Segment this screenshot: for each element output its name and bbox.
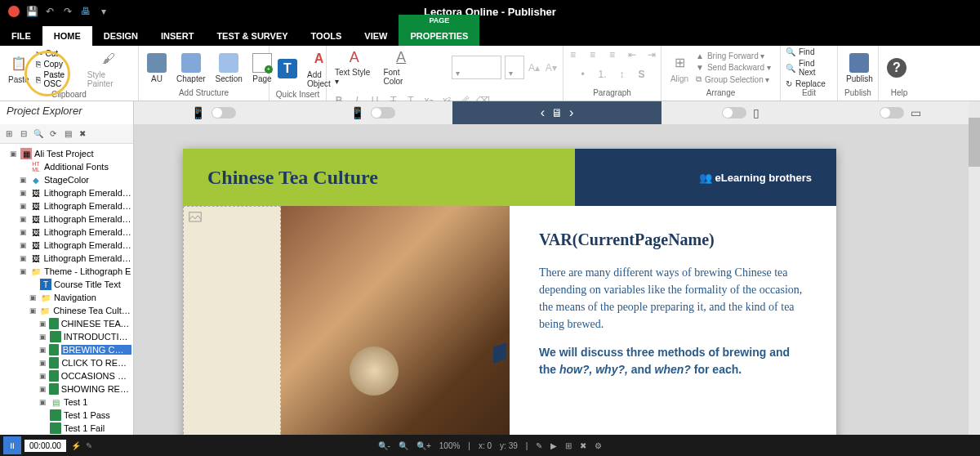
device-tablet-landscape[interactable]: ▭ <box>821 106 980 119</box>
indent-right-icon[interactable]: ⇥ <box>644 47 659 62</box>
tool-icon[interactable]: ⚙ <box>595 441 602 450</box>
tab-file[interactable]: FILE <box>0 26 42 46</box>
scrollbar[interactable] <box>969 101 980 435</box>
tool-icon[interactable]: ✖ <box>77 128 88 140</box>
zoom-in-icon[interactable]: 🔍+ <box>416 441 431 450</box>
toggle-icon[interactable] <box>212 107 236 118</box>
tree-page[interactable]: Test 1 Pass <box>2 409 131 422</box>
tree-page[interactable]: Test 1 Fail <box>2 422 131 435</box>
device-phone-portrait[interactable]: 📱 <box>134 106 293 119</box>
tool-icon[interactable]: ⊞ <box>565 441 572 450</box>
line-spacing-icon[interactable]: ↕ <box>615 67 630 82</box>
bring-forward-button[interactable]: ▲Bring Forward ▾ <box>696 51 771 60</box>
tool-icon[interactable]: ✎ <box>536 441 542 450</box>
tree-item[interactable]: ▣🖼Lithograph Emerald_3 <box>2 226 131 239</box>
chevron-left-icon[interactable]: ‹ <box>541 105 545 120</box>
tool-icon[interactable]: ⟳ <box>47 128 59 140</box>
text-style-button[interactable]: AText Style ▾ <box>332 47 376 87</box>
device-desktop[interactable]: ‹🖥› <box>452 101 661 124</box>
chapter-button[interactable]: Chapter <box>173 51 209 85</box>
more-icon[interactable]: ▾ <box>98 6 109 17</box>
tree-page[interactable]: ▣CHINESE TEA CULT <box>2 317 131 330</box>
indent-left-icon[interactable]: ⇤ <box>625 47 639 62</box>
tool-icon[interactable]: ⊞ <box>3 128 15 140</box>
scrollbar-thumb[interactable] <box>969 118 980 167</box>
tree-page[interactable]: ▣INTRODUCTION <box>2 330 131 343</box>
chevron-right-icon[interactable]: › <box>569 105 573 120</box>
align-left-icon[interactable]: ≡ <box>566 47 581 62</box>
text-insert-button[interactable]: T <box>274 57 301 80</box>
tree-root[interactable]: ▣▦Ali Test Project <box>2 147 131 160</box>
tree-item[interactable]: HTMLAdditional Fonts <box>2 160 131 173</box>
tab-design[interactable]: DESIGN <box>92 26 149 46</box>
zoom-reset-icon[interactable]: 🔍 <box>399 441 408 450</box>
style-painter-button[interactable]: 🖌 Style Painter <box>84 47 133 90</box>
align-button[interactable]: ⊞Align <box>666 51 693 85</box>
toggle-icon[interactable] <box>722 107 746 118</box>
redo-icon[interactable]: ↷ <box>62 6 74 17</box>
group-selection-button[interactable]: ⧉Group Selection ▾ <box>696 74 771 84</box>
grow-font-icon[interactable]: A▴ <box>528 60 541 75</box>
tool-icon[interactable]: ✖ <box>580 441 586 450</box>
numbering-icon[interactable]: 1. <box>595 67 610 82</box>
find-next-button[interactable]: 🔍Find Next <box>786 59 832 77</box>
au-button[interactable]: AU <box>144 51 170 85</box>
copy-button[interactable]: ⎘Copy <box>36 60 81 69</box>
image-placeholder[interactable] <box>183 206 281 456</box>
paste-osc-button[interactable]: ⎘Paste OSC <box>36 70 81 88</box>
tab-properties[interactable]: PROPERTIES <box>399 26 479 46</box>
image-column[interactable] <box>183 206 510 456</box>
bullets-icon[interactable]: • <box>576 67 590 82</box>
section-button[interactable]: Section <box>212 51 246 85</box>
tool-icon[interactable]: 🔍 <box>33 128 44 140</box>
cut-button[interactable]: ✂Cut <box>36 49 81 58</box>
tree-item[interactable]: ▣🖼Lithograph Emerald_E <box>2 212 131 226</box>
align-right-icon[interactable]: ≡ <box>605 47 620 62</box>
tree-item[interactable]: ▣🖼Lithograph Emerald_C <box>2 252 131 265</box>
pause-button[interactable]: ⏸ <box>3 436 21 454</box>
replace-button[interactable]: ↻Replace <box>786 79 832 88</box>
tree-page[interactable]: ▣OCCASIONS FOR T <box>2 369 131 382</box>
tree-page[interactable]: ▣▤Test 1 <box>2 396 131 409</box>
tree-item[interactable]: TCourse Title Text <box>2 278 131 291</box>
paste-button[interactable]: 📋 Paste <box>5 52 33 86</box>
device-tablet-portrait[interactable]: ▯ <box>662 106 821 119</box>
tree-item[interactable]: ▣🖼Lithograph Emerald_4 <box>2 239 131 252</box>
send-backward-button[interactable]: ▼Send Backward ▾ <box>696 63 771 72</box>
tab-view[interactable]: VIEW <box>353 26 399 46</box>
tree-page-selected[interactable]: ▣BREWING CHINES <box>2 343 131 356</box>
slide[interactable]: Chinese Tea Culture 👥eLearning brothers … <box>183 149 836 456</box>
speed-icon[interactable]: ⚡ <box>71 441 81 450</box>
tool-icon[interactable]: ▤ <box>62 128 74 140</box>
font-size-select[interactable]: ▾ <box>505 56 524 79</box>
print-icon[interactable]: 🖶 <box>80 6 91 17</box>
tea-photo[interactable] <box>281 206 510 456</box>
help-button[interactable]: ? <box>884 56 910 79</box>
tab-tools[interactable]: TOOLS <box>300 26 354 46</box>
tree-item[interactable]: ▣📁Theme - Lithograph E <box>2 265 131 278</box>
font-family-select[interactable]: ▾ <box>452 56 501 79</box>
tab-test-survey[interactable]: TEST & SURVEY <box>205 26 299 46</box>
strikethrough-icon[interactable]: S <box>635 67 649 82</box>
tool-icon[interactable]: ⊟ <box>18 128 29 140</box>
toggle-icon[interactable] <box>880 107 904 118</box>
tree-item[interactable]: ▣🖼Lithograph Emerald_2 <box>2 199 131 212</box>
tree-item[interactable]: ▣📁Navigation <box>2 291 131 304</box>
tab-insert[interactable]: INSERT <box>149 26 205 46</box>
toggle-icon[interactable] <box>371 107 395 118</box>
zoom-out-icon[interactable]: 🔍- <box>378 441 390 450</box>
settings-icon[interactable]: ✎ <box>86 441 92 450</box>
find-button[interactable]: 🔍Find <box>786 47 832 56</box>
canvas[interactable]: Chinese Tea Culture 👥eLearning brothers … <box>134 124 980 456</box>
shrink-font-icon[interactable]: A▾ <box>544 60 558 75</box>
text-column[interactable]: VAR(CurrentPageName) There are many diff… <box>510 206 836 456</box>
publish-button[interactable]: Publish <box>843 51 876 85</box>
align-center-icon[interactable]: ≡ <box>586 47 600 62</box>
tool-icon[interactable]: ▶ <box>550 441 557 450</box>
tree-page[interactable]: ▣SHOWING RESPEC <box>2 382 131 396</box>
tab-home[interactable]: HOME <box>42 26 92 46</box>
tree-page[interactable]: ▣CLICK TO REVEAL <box>2 356 131 369</box>
undo-icon[interactable]: ↶ <box>44 6 56 17</box>
tree-item[interactable]: ▣📁Chinese Tea Culture <box>2 304 131 317</box>
tree-item[interactable]: ▣◆StageColor <box>2 173 131 186</box>
